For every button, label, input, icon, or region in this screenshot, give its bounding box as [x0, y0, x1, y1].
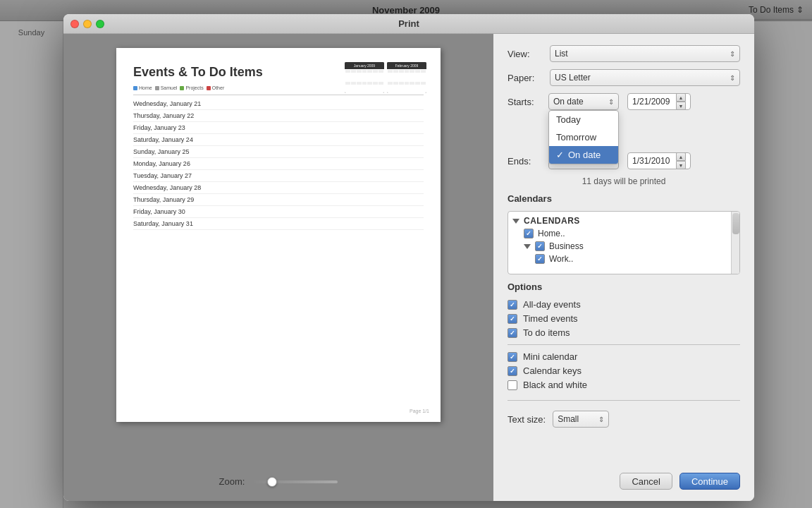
- mini-cal-cell: [373, 82, 378, 85]
- legend-other: Other: [207, 85, 225, 90]
- calendar-home-checkbox[interactable]: [524, 229, 534, 238]
- option-mini-calendar-checkbox[interactable]: [508, 352, 517, 362]
- mini-cal-jan: January 2009: [345, 62, 384, 93]
- preview-day-label: Sunday, January 25: [133, 148, 218, 155]
- mini-cal-cell: [362, 82, 367, 85]
- calendar-home-item: Home..: [512, 227, 735, 240]
- text-size-label: Text size:: [508, 414, 546, 425]
- zoom-slider[interactable]: [253, 480, 338, 483]
- starts-select-arrow-icon: ⇕: [608, 98, 614, 106]
- mini-cal-cell: [421, 70, 426, 73]
- close-button[interactable]: [70, 20, 79, 28]
- option-calendar-keys: Calendar keys: [508, 365, 740, 376]
- preview-day-label: Saturday, January 24: [133, 136, 218, 143]
- minimize-button[interactable]: [83, 20, 92, 28]
- calendar-business-label: Business: [549, 241, 584, 251]
- dropdown-on-date-label: On date: [568, 150, 601, 160]
- starts-dropdown-menu: Today Tomorrow ✓ On date: [548, 110, 619, 164]
- preview-day-row: Sunday, January 25: [133, 146, 424, 158]
- option-black-white-checkbox[interactable]: [508, 380, 517, 390]
- preview-day-row: Monday, January 26: [133, 158, 424, 170]
- ends-stepper-down[interactable]: ▼: [676, 161, 686, 169]
- dialog-title: Print: [398, 18, 419, 29]
- ends-row: Ends: On date ⇕ 1/31/2010 ▲ ▼: [508, 152, 740, 169]
- preview-day-label: Saturday, January 31: [133, 220, 218, 227]
- mini-cal-cell: [357, 82, 362, 85]
- window-controls: [70, 20, 104, 28]
- view-select-arrow-icon: ⇕: [730, 50, 735, 58]
- mini-cal-cell: [345, 70, 350, 73]
- calendars-scrollbar-thumb[interactable]: [732, 213, 739, 234]
- view-select[interactable]: List ⇕: [550, 45, 740, 62]
- mini-cal-cell: [351, 82, 356, 85]
- paper-row: Paper: US Letter ⇕: [508, 69, 740, 86]
- options-section: All-day events Timed events To do items …: [508, 299, 740, 390]
- paper-label: Paper:: [508, 73, 543, 83]
- calendar-business-item: Business: [512, 240, 735, 253]
- mini-cal-cell: [405, 82, 410, 85]
- option-calendar-keys-checkbox[interactable]: [508, 366, 517, 376]
- mini-cal-cell: [362, 70, 367, 73]
- checkmark-icon: ✓: [556, 150, 564, 160]
- preview-day-row: Thursday, January 29: [133, 194, 424, 206]
- calendar-work-checkbox[interactable]: [535, 254, 545, 264]
- option-to-do-items-label: To do items: [523, 327, 570, 338]
- ends-date-value: 1/31/2010: [632, 156, 670, 166]
- zoom-thumb[interactable]: [267, 477, 277, 487]
- ends-date-input[interactable]: 1/31/2010 ▲ ▼: [627, 152, 691, 169]
- calendars-group-expand-icon[interactable]: [512, 219, 519, 224]
- maximize-button[interactable]: [96, 20, 104, 28]
- preview-day-row: Thursday, January 22: [133, 110, 424, 122]
- dropdown-on-date[interactable]: ✓ On date: [549, 146, 618, 164]
- ends-stepper[interactable]: ▲ ▼: [676, 152, 686, 169]
- starts-stepper[interactable]: ▲ ▼: [676, 93, 686, 110]
- cancel-button[interactable]: Cancel: [620, 473, 672, 490]
- title-bar: Print: [63, 14, 754, 34]
- calendar-business-expand-icon[interactable]: [524, 244, 531, 249]
- preview-page: Events & To Do Items January 2009: [116, 48, 441, 422]
- option-to-do-items-checkbox[interactable]: [508, 328, 517, 338]
- starts-stepper-down[interactable]: ▼: [676, 102, 686, 110]
- preview-day-row: Tuesday, January 27: [133, 170, 424, 182]
- calendar-home-label: Home..: [538, 229, 565, 238]
- mini-cal-cell: [345, 82, 350, 85]
- mini-cal-cell: [379, 70, 383, 73]
- continue-button[interactable]: Continue: [679, 473, 740, 490]
- options-title: Options: [508, 282, 740, 292]
- option-timed-events-checkbox[interactable]: [508, 314, 517, 324]
- option-all-day-events-checkbox[interactable]: [508, 300, 517, 310]
- paper-select-arrow-icon: ⇕: [730, 74, 735, 82]
- starts-select-value: On date: [553, 97, 584, 107]
- text-size-arrow-icon: ⇕: [598, 416, 604, 423]
- mini-cal-cell: [421, 82, 426, 85]
- mini-cal-cell: [399, 70, 404, 73]
- text-size-value: Small: [558, 414, 579, 424]
- starts-date-input[interactable]: 1/21/2009 ▲ ▼: [627, 93, 691, 110]
- starts-stepper-up[interactable]: ▲: [676, 93, 686, 102]
- legend-home-label: Home: [139, 85, 152, 90]
- legend-samuel-dot: [155, 86, 159, 90]
- legend-home-dot: [133, 86, 137, 90]
- preview-day-row: Wednesday, January 21: [133, 98, 424, 110]
- legend-samuel-label: Samuel: [161, 85, 178, 90]
- ends-stepper-up[interactable]: ▲: [676, 152, 686, 161]
- legend-projects-label: Projects: [185, 85, 203, 90]
- dropdown-tomorrow[interactable]: Tomorrow: [549, 128, 618, 146]
- starts-select[interactable]: On date ⇕: [548, 93, 619, 110]
- option-timed-events-label: Timed events: [523, 313, 578, 324]
- calendars-scrollbar[interactable]: [731, 212, 739, 274]
- preview-day-row: Saturday, January 24: [133, 134, 424, 146]
- option-mini-calendar: Mini calendar: [508, 351, 740, 362]
- legend-samuel: Samuel: [155, 85, 178, 90]
- mini-cal-feb-grid: [387, 69, 426, 93]
- mini-cal-cell: [388, 82, 393, 85]
- paper-select[interactable]: US Letter ⇕: [550, 69, 740, 86]
- dropdown-today[interactable]: Today: [549, 111, 618, 128]
- text-size-select[interactable]: Small ⇕: [553, 411, 609, 428]
- calendars-section-header: Calendars: [508, 193, 740, 204]
- mini-cal-cell: [410, 82, 414, 85]
- calendar-business-checkbox[interactable]: [535, 241, 545, 251]
- preview-day-label: Thursday, January 29: [133, 196, 218, 203]
- preview-day-label: Wednesday, January 21: [133, 100, 218, 107]
- mini-cal-cell: [388, 70, 393, 73]
